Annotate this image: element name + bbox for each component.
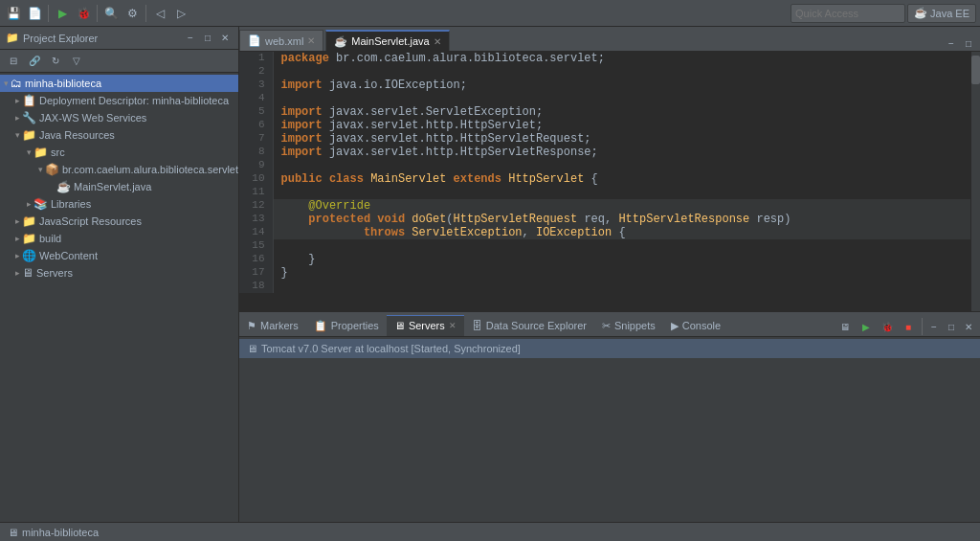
tab-label: Console xyxy=(682,320,721,331)
panel-title: 📁 Project Explorer xyxy=(6,32,98,44)
line-number: 16 xyxy=(239,253,273,266)
bottom-content: 🖥 Tomcat v7.0 Server at localhost [Start… xyxy=(239,337,980,522)
top-toolbar: 💾 📄 ▶ 🐞 🔍 ⚙ ◁ ▷ ☕ Java EE xyxy=(0,0,980,27)
tree-item-label: Servers xyxy=(36,267,73,279)
code-line-3: 3 import java.io.IOException; xyxy=(239,79,970,92)
editor-maximize-button[interactable]: □ xyxy=(961,35,976,51)
toolbar-btn-debug[interactable]: 🐞 xyxy=(74,4,93,23)
tree-item-deployment[interactable]: ▸ 📋 Deployment Descriptor: minha-bibliot… xyxy=(0,92,238,109)
main-layout: 📁 Project Explorer − □ ✕ ⊟ 🔗 ↻ ▽ ▾ 🗂 min… xyxy=(0,27,980,522)
tab-label: Properties xyxy=(331,320,379,331)
java-ee-button[interactable]: ☕ Java EE xyxy=(907,4,976,23)
code-line-5: 5 import javax.servlet.ServletException; xyxy=(239,105,970,119)
project-tree: ▾ 🗂 minha-biblioteca ▸ 📋 Deployment Desc… xyxy=(0,73,238,522)
bottom-tabs: ⚑ Markers 📋 Properties 🖥 Servers ✕ 🗄 Dat… xyxy=(239,312,980,337)
scrollbar-thumb xyxy=(971,56,980,84)
bottom-minimize-button[interactable]: − xyxy=(926,319,942,334)
tree-item-src[interactable]: ▾ 📁 src xyxy=(0,144,238,161)
panel-minimize-button[interactable]: − xyxy=(183,31,198,46)
tab-markers[interactable]: ⚑ Markers xyxy=(239,315,306,336)
code-line-15: 15 xyxy=(239,239,970,253)
code-editor[interactable]: 1 package br.com.caelum.alura.biblioteca… xyxy=(239,52,970,311)
line-number: 7 xyxy=(239,132,273,146)
tab-snippets[interactable]: ✂ Snippets xyxy=(594,315,663,336)
line-content xyxy=(273,186,970,199)
tree-item-build[interactable]: ▸ 📁 build xyxy=(0,230,238,247)
code-line-4: 4 xyxy=(239,92,970,105)
tab-properties[interactable]: 📋 Properties xyxy=(306,315,387,336)
tree-item-mainservlet[interactable]: ▸ ☕ MainServlet.java xyxy=(0,178,238,195)
tree-arrow: ▾ xyxy=(38,165,43,174)
snippets-icon: ✂ xyxy=(602,320,611,332)
tree-item-jax-ws[interactable]: ▸ 🔧 JAX-WS Web Services xyxy=(0,109,238,126)
bottom-toolbar: 🖥 ▶ 🐞 ■ − □ ✕ xyxy=(832,317,980,336)
tab-data-source[interactable]: 🗄 Data Source Explorer xyxy=(464,315,594,336)
toolbar-btn-settings[interactable]: ⚙ xyxy=(122,4,142,23)
server-item-tomcat[interactable]: 🖥 Tomcat v7.0 Server at localhost [Start… xyxy=(239,339,980,358)
code-line-12: 12 @Override xyxy=(239,199,970,213)
status-text: minha-biblioteca xyxy=(22,527,99,538)
bottom-panel: ⚑ Markers 📋 Properties 🖥 Servers ✕ 🗄 Dat… xyxy=(239,311,980,522)
tab-close-button[interactable]: ✕ xyxy=(307,35,315,46)
build-icon: 📁 xyxy=(22,232,36,245)
tab-label: Servers xyxy=(409,320,445,331)
java-resources-icon: 📁 xyxy=(22,128,36,142)
libraries-icon: 📚 xyxy=(33,197,48,211)
tree-arrow: ▸ xyxy=(15,234,20,243)
tree-item-libraries[interactable]: ▸ 📚 Libraries xyxy=(0,195,238,213)
line-content: import javax.servlet.http.HttpServlet; xyxy=(273,119,970,132)
line-number: 2 xyxy=(239,65,273,79)
line-number: 15 xyxy=(239,239,273,253)
bottom-start-button[interactable]: ▶ xyxy=(857,317,876,336)
bottom-debug-button[interactable]: 🐞 xyxy=(878,317,897,336)
bottom-maximize-button[interactable]: □ xyxy=(944,319,959,334)
toolbar-btn-forward[interactable]: ▷ xyxy=(171,4,190,23)
datasource-icon: 🗄 xyxy=(472,320,482,331)
bottom-close-button[interactable]: ✕ xyxy=(961,319,976,334)
tree-item-webcontent[interactable]: ▸ 🌐 WebContent xyxy=(0,247,238,264)
line-content: protected void doGet(HttpServletRequest … xyxy=(273,213,970,226)
toolbar-btn-back[interactable]: ◁ xyxy=(150,4,169,23)
project-filter-button[interactable]: ▽ xyxy=(67,52,86,71)
quick-access-input[interactable] xyxy=(791,4,905,23)
bottom-separator xyxy=(922,318,923,335)
editor-minimize-button[interactable]: − xyxy=(944,35,959,51)
toolbar-btn-new[interactable]: 📄 xyxy=(25,4,44,23)
tab-console[interactable]: ▶ Console xyxy=(663,315,728,336)
project-sync-button[interactable]: ↻ xyxy=(46,52,65,71)
project-icon: 🗂 xyxy=(11,77,22,90)
tree-arrow: ▾ xyxy=(15,130,20,140)
project-link-button[interactable]: 🔗 xyxy=(25,52,44,71)
editor-scrollbar[interactable] xyxy=(970,52,980,311)
tree-item-javascript-resources[interactable]: ▸ 📁 JavaScript Resources xyxy=(0,213,238,230)
code-line-11: 11 xyxy=(239,186,970,199)
tab-web-xml[interactable]: 📄 web.xml ✕ xyxy=(239,30,323,51)
tree-arrow: ▸ xyxy=(15,113,20,123)
markers-icon: ⚑ xyxy=(247,320,256,332)
line-content: public class MainServlet extends HttpSer… xyxy=(273,172,970,186)
code-line-7: 7 import javax.servlet.http.HttpServletR… xyxy=(239,132,970,146)
toolbar-btn-search[interactable]: 🔍 xyxy=(101,4,121,23)
tree-item-minha-biblioteca[interactable]: ▾ 🗂 minha-biblioteca xyxy=(0,75,238,92)
toolbar-btn-save[interactable]: 💾 xyxy=(4,4,23,23)
project-collapse-button[interactable]: ⊟ xyxy=(4,52,23,71)
code-line-2: 2 xyxy=(239,65,970,79)
panel-maximize-button[interactable]: □ xyxy=(200,31,215,46)
tab-main-servlet[interactable]: ☕ MainServlet.java ✕ xyxy=(325,30,449,51)
tree-item-label: src xyxy=(51,147,65,158)
panel-close-button[interactable]: ✕ xyxy=(217,31,233,46)
line-content: package br.com.caelum.alura.biblioteca.s… xyxy=(273,52,970,65)
tree-item-servers[interactable]: ▸ 🖥 Servers xyxy=(0,264,238,282)
tab-servers[interactable]: 🖥 Servers ✕ xyxy=(387,315,464,336)
tab-close-icon[interactable]: ✕ xyxy=(449,321,457,330)
tree-item-java-resources[interactable]: ▾ 📁 Java Resources xyxy=(0,126,238,144)
servers-tab-icon: 🖥 xyxy=(394,320,405,331)
line-number: 1 xyxy=(239,52,273,65)
tab-close-button[interactable]: ✕ xyxy=(434,36,441,47)
tree-item-package[interactable]: ▾ 📦 br.com.caelum.alura.biblioteca.servl… xyxy=(0,161,238,178)
servers-icon: 🖥 xyxy=(22,266,33,280)
toolbar-btn-run[interactable]: ▶ xyxy=(53,4,72,23)
bottom-new-server-button[interactable]: 🖥 xyxy=(835,317,855,336)
bottom-stop-button[interactable]: ■ xyxy=(899,317,918,336)
xml-file-icon: 📄 xyxy=(248,34,261,47)
